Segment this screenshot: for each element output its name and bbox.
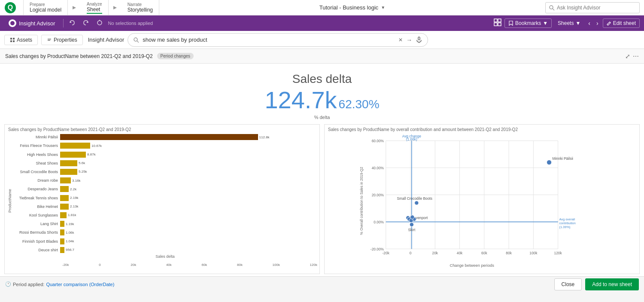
svg-marker-3 — [113, 6, 117, 9]
search-submit-icon[interactable]: → — [406, 37, 412, 43]
x-axis-tick: 40k — [166, 263, 172, 267]
period-highlight[interactable]: Quarter comparison (OrderDate) — [46, 282, 114, 287]
bar-row: Rossi Bermuda Shorts 1.06k — [13, 229, 313, 236]
redo-icon[interactable] — [81, 18, 91, 29]
bar-chart-container: Sales changes by ProductName between 202… — [4, 124, 320, 274]
scatter-dot[interactable] — [547, 160, 551, 165]
svg-text:(1.66k): (1.66k) — [406, 137, 417, 141]
bar-label: Deuce shirt — [13, 248, 60, 252]
bar-x-axis-labels: -20k020k40k60k80k100k120k — [62, 263, 317, 267]
x-axis-tick: 80k — [237, 263, 243, 267]
kpi-label: Sales delta — [292, 72, 352, 86]
refresh-icon[interactable] — [94, 18, 105, 29]
x-axis-tick: 0 — [99, 263, 100, 267]
bar-x-axis-title: Sales delta — [13, 254, 317, 260]
nav-analyze[interactable]: Analyze Sheet — [81, 0, 109, 15]
nav-next-arrow[interactable]: › — [595, 19, 600, 27]
sheets-button[interactable]: Sheets ▼ — [554, 19, 584, 27]
bar-fill — [60, 160, 77, 166]
assets-icon — [10, 37, 15, 43]
bar-value: 5.25k — [79, 170, 87, 174]
svg-text:contribution: contribution — [559, 221, 575, 225]
bar-rows: Minnki Päilsii 112.8k Feiss Fleece Trous… — [13, 133, 317, 254]
nav-prepare-value: Logical model — [30, 7, 61, 13]
bar-chart-title: Sales changes by ProductName between 202… — [5, 125, 319, 133]
bar-track: 2.19k — [60, 195, 313, 201]
insight-advisor-button[interactable]: Insight Advisor — [4, 18, 60, 29]
svg-line-22 — [137, 41, 139, 43]
bar-row: Dream robe 3.16k — [13, 177, 313, 184]
bar-label: High Heels Shoes — [13, 153, 60, 157]
undo-icon[interactable] — [67, 18, 77, 29]
ask-insight-input[interactable] — [545, 2, 640, 13]
bar-track: 956.7 — [60, 247, 313, 253]
bar-row: Bike Helmet 2.13k — [13, 203, 313, 210]
bar-chart-area: ProductName Minnki Päilsii 112.8k Feiss … — [5, 133, 319, 269]
grid-icon[interactable] — [493, 18, 502, 28]
svg-text:% Overall contribution to Sale: % Overall contribution to Sales in 2019-… — [359, 167, 364, 235]
bar-track: 2.13k — [60, 204, 313, 210]
bar-fill — [60, 221, 64, 227]
svg-text:100k: 100k — [529, 251, 538, 255]
nav-prepare[interactable]: Prepare Logical model — [23, 0, 68, 15]
x-axis-tick: 20k — [131, 263, 136, 267]
svg-point-8 — [97, 21, 102, 25]
assets-tab[interactable]: Assets — [4, 35, 38, 45]
bar-track: 1.06k — [60, 229, 313, 235]
svg-text:120k: 120k — [554, 251, 562, 255]
add-to-new-sheet-button[interactable]: Add to new sheet — [585, 278, 639, 290]
app-title[interactable]: Tutorial - Business logic ▼ — [319, 4, 385, 11]
nav-narrate[interactable]: Narrate Storytelling — [122, 0, 159, 15]
bar-value: 1.06k — [66, 231, 74, 235]
period-changes-badge[interactable]: Period changes — [157, 53, 194, 59]
chevron-icon — [72, 5, 77, 10]
search-icon — [549, 5, 555, 11]
bar-value: 1.81k — [68, 213, 76, 217]
svg-rect-11 — [498, 19, 501, 22]
expand-icon[interactable]: ⤢ — [625, 53, 630, 60]
microphone-icon[interactable] — [416, 37, 422, 43]
properties-tab[interactable]: Properties — [41, 35, 83, 45]
bookmarks-button[interactable]: Bookmarks ▼ — [504, 18, 552, 28]
bar-label: Finnish Sport Blades — [13, 239, 60, 244]
bar-value: 8.87k — [87, 153, 96, 156]
toolbar-right: Bookmarks ▼ Sheets ▼ ‹ › Edit sheet — [493, 18, 640, 28]
svg-rect-10 — [494, 19, 497, 22]
qlik-logo[interactable]: Q — [4, 2, 16, 14]
insight-search-input[interactable] — [143, 37, 395, 43]
scatter-chart-container: Sales changes by ProductName by overall … — [324, 124, 640, 274]
charts-area: Sales changes by ProductName between 202… — [0, 124, 644, 276]
bar-chart-inner: Minnki Päilsii 112.8k Feiss Fleece Trous… — [13, 133, 317, 269]
bar-fill — [60, 134, 258, 140]
nav-prev-arrow[interactable]: ‹ — [586, 19, 592, 27]
scatter-dot-label: Skirt — [408, 228, 415, 232]
no-selections-text: No selections applied — [108, 21, 153, 26]
x-axis-tick: 120k — [310, 263, 317, 267]
bar-label: Rossi Bermuda Shorts — [13, 230, 60, 235]
bar-track: 5.25k — [60, 169, 313, 175]
scatter-dot-label: Minnki Päilsii — [552, 156, 573, 161]
search-clear-icon[interactable]: ✕ — [398, 37, 403, 43]
main-content: Sales delta 124.7k 62.30% % delta Sales … — [0, 64, 644, 276]
x-axis-tick: -20k — [62, 263, 69, 267]
scatter-dot[interactable] — [410, 223, 413, 226]
scatter-dot[interactable] — [410, 215, 414, 219]
edit-sheet-button[interactable]: Edit sheet — [603, 18, 640, 28]
scatter-dot[interactable] — [415, 201, 419, 205]
bar-value: 10.67k — [91, 144, 102, 148]
kpi-values: 124.7k 62.30% — [264, 86, 379, 114]
close-button[interactable]: Close — [554, 278, 582, 290]
svg-text:Q: Q — [8, 4, 13, 11]
bar-track: 5.6k — [60, 160, 313, 166]
bar-row: Minnki Päilsii 112.8k — [13, 133, 313, 141]
bar-label: Lang Shirt — [13, 222, 60, 226]
bar-row: High Heels Shoes 8.87k — [13, 151, 313, 159]
more-options-icon[interactable]: ⋯ — [633, 53, 639, 60]
bar-label: Feiss Fleece Trousers — [13, 143, 60, 148]
bar-track: 3.16k — [60, 177, 313, 183]
bar-fill — [60, 238, 64, 244]
svg-line-5 — [553, 9, 554, 10]
nav-analyze-value: Sheet — [87, 6, 102, 14]
bar-value: 2.13k — [70, 204, 79, 208]
scatter-chart-title: Sales changes by ProductName by overall … — [325, 125, 639, 133]
